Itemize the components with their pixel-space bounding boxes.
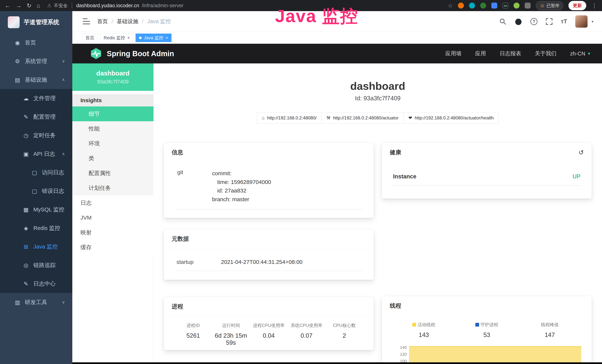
- history-icon[interactable]: ↺: [579, 149, 584, 156]
- tab-label: Java 监控: [144, 35, 163, 41]
- service-url-button[interactable]: ⌂ http://192.168.0.2:48080/: [257, 112, 322, 124]
- sba-item-environment[interactable]: 环境: [72, 136, 153, 151]
- sba-item-scheduled-tasks[interactable]: 计划任务: [72, 181, 153, 195]
- home-icon: ⌂: [262, 115, 265, 120]
- browser-home-icon[interactable]: ⌂: [37, 3, 40, 9]
- sidebar-item-label: API 日志: [33, 150, 55, 158]
- info-git-row: git commit: time: 1596289704000 id: 27aa…: [174, 168, 363, 209]
- avatar-caret-icon[interactable]: ▾: [592, 19, 593, 24]
- reload-icon[interactable]: ↻: [27, 3, 32, 9]
- mysql-icon: ▦: [23, 206, 29, 213]
- app-title: 芋道管理系统: [24, 18, 59, 26]
- extension-icon-blue-grid[interactable]: [491, 3, 497, 9]
- bookmark-star-icon[interactable]: ☆: [448, 2, 453, 9]
- breadcrumb-infrastructure[interactable]: 基础设施: [117, 18, 138, 25]
- info-card-title: 信息: [172, 149, 183, 156]
- sidebar-item-infrastructure[interactable]: ▤ 基础设施 ∧: [0, 70, 72, 89]
- cards-right-column: 健康 ↺ Instance UP: [382, 143, 592, 364]
- url-host: dashboard.yudao.iocoder.cn: [76, 3, 139, 9]
- breadcrumb-home[interactable]: 首页: [97, 18, 108, 25]
- sba-nav-applications[interactable]: 应用: [475, 50, 486, 57]
- sidebar-item-home[interactable]: ◉ 首页: [0, 33, 72, 52]
- extension-icon-on-badge[interactable]: on: [502, 3, 508, 9]
- sba-locale-select[interactable]: zh-CN ▾: [570, 51, 590, 57]
- sba-brand-title[interactable]: Spring Boot Admin: [107, 50, 174, 58]
- sba-item-mappings[interactable]: 映射: [72, 225, 153, 240]
- sidebar-item-system-management[interactable]: ⚙ 系统管理 ∨: [0, 52, 72, 70]
- sba-nav-about[interactable]: 关于我们: [535, 50, 556, 57]
- stat-label: CPU核心数: [325, 322, 363, 328]
- metadata-card: 元数据 startup 2021-04-27T00:44:31.254+08:0…: [164, 229, 374, 280]
- sba-item-caches[interactable]: 缓存: [72, 240, 153, 255]
- actuator-url-button[interactable]: ⚒ http://192.168.0.2:48080/actuator: [322, 112, 404, 124]
- sidebar-item-label: 链路追踪: [33, 261, 56, 269]
- sba-item-jvm[interactable]: JVM: [72, 210, 153, 225]
- help-icon[interactable]: ?: [530, 18, 538, 25]
- extension-icon-green[interactable]: [480, 3, 486, 9]
- sba-item-config-properties[interactable]: 配置属性: [72, 166, 153, 181]
- forward-icon[interactable]: →: [16, 3, 22, 9]
- sidebar-item-label: 访问日志: [42, 169, 64, 176]
- sidebar-item-label: 首页: [25, 39, 36, 47]
- card-title: 信息: [164, 143, 374, 162]
- tab-java-monitor[interactable]: Java 监控 ×: [136, 33, 172, 42]
- sidebar-collapse-icon[interactable]: [83, 18, 90, 25]
- extension-icon-leaf[interactable]: [514, 3, 519, 9]
- sba-item-performance[interactable]: 性能: [72, 121, 153, 136]
- sba-item-logs[interactable]: 日志: [72, 195, 153, 210]
- sidebar-item-dev-tools[interactable]: ▥ 研发工具 ∨: [0, 293, 72, 311]
- sba-item-details[interactable]: 细节: [72, 107, 153, 121]
- sba-section-insights: Insights: [72, 94, 153, 107]
- sba-item-classes[interactable]: 类: [72, 151, 153, 166]
- bottom-strip: [72, 362, 602, 364]
- access-log-icon: ▢: [31, 169, 38, 176]
- extension-icon-teal[interactable]: [469, 3, 475, 9]
- sidebar-item-java-monitor[interactable]: ⊞ Java 监控: [0, 237, 72, 256]
- sidebar-item-api-logs[interactable]: ▣ API 日志 ∧: [0, 145, 72, 163]
- address-bar[interactable]: ⚠ 不安全 dashboard.yudao.iocoder.cn/infra/a…: [47, 3, 183, 9]
- sidebar-item-scheduled-tasks[interactable]: ◷ 定时任务: [0, 126, 72, 145]
- stat-value: 6d 23h 15m 59s: [212, 332, 250, 346]
- instance-links: ⌂ http://192.168.0.2:48080/ ⚒ http://192…: [164, 112, 592, 124]
- info-line-id: id: 27aa832: [212, 186, 271, 195]
- close-icon[interactable]: ×: [166, 36, 168, 40]
- sidebar-item-access-logs[interactable]: ▢ 访问日志: [0, 163, 72, 182]
- search-icon[interactable]: [499, 18, 506, 25]
- breadcrumb-separator: /: [142, 18, 143, 24]
- paused-extension-chip[interactable]: ☺ 已暂停: [536, 1, 563, 10]
- browser-menu-icon[interactable]: ⋮: [591, 3, 597, 9]
- extension-icon-orange[interactable]: [458, 3, 464, 9]
- font-size-icon[interactable]: тT: [561, 18, 567, 25]
- tab-home[interactable]: 首页: [82, 33, 98, 42]
- fullscreen-icon[interactable]: [546, 18, 553, 25]
- github-icon[interactable]: [515, 18, 522, 25]
- sidebar-item-redis-monitor[interactable]: ◈ Redis 监控: [0, 219, 72, 237]
- instance-header[interactable]: dashboard 93a3fc7f7409: [72, 64, 153, 91]
- chevron-down-icon: ▾: [588, 51, 590, 56]
- stat-value: 143: [392, 331, 455, 338]
- stat-label: 守护进程: [481, 322, 498, 328]
- sidebar-item-log-center[interactable]: ✎ 日志中心: [0, 274, 72, 293]
- health-url-button[interactable]: ❤ http://192.168.0.2:48080/actuator/heal…: [403, 112, 499, 124]
- sba-nav-journal[interactable]: 日志报表: [500, 50, 521, 57]
- close-icon[interactable]: ×: [127, 36, 130, 40]
- user-avatar[interactable]: [575, 15, 588, 28]
- sidebar-item-file-management[interactable]: ☁ 文件管理: [0, 89, 72, 107]
- sidebar-item-error-logs[interactable]: ▢ 错误日志: [0, 182, 72, 200]
- breadcrumb-current: Java 监控: [147, 18, 171, 25]
- chrome-update-button[interactable]: 更新: [569, 1, 586, 10]
- extension-icon-puzzle[interactable]: [525, 3, 531, 9]
- sidebar-item-config-management[interactable]: ✎ 配置管理: [0, 107, 72, 126]
- cards-area: 信息 git commit: time: 1596289704000 id: 2: [164, 143, 592, 364]
- tab-redis-monitor[interactable]: Redis 监控 ×: [100, 33, 133, 42]
- sidebar-item-mysql-monitor[interactable]: ▦ MySQL 监控: [0, 200, 72, 219]
- card-title: 线程: [382, 296, 592, 315]
- logo-row[interactable]: 芋道管理系统: [0, 11, 72, 33]
- info-line-time: time: 1596289704000: [212, 178, 271, 187]
- back-icon[interactable]: ←: [5, 3, 11, 9]
- stat-daemon-threads: 守护进程 53: [455, 322, 518, 338]
- stat-peak-threads: 线程峰值 147: [518, 322, 581, 338]
- sidebar-item-link-tracing[interactable]: ◎ 链路追踪: [0, 256, 72, 274]
- stat-label: 系统CPU使用率: [288, 322, 325, 328]
- sba-nav-wall[interactable]: 应用墙: [445, 50, 462, 57]
